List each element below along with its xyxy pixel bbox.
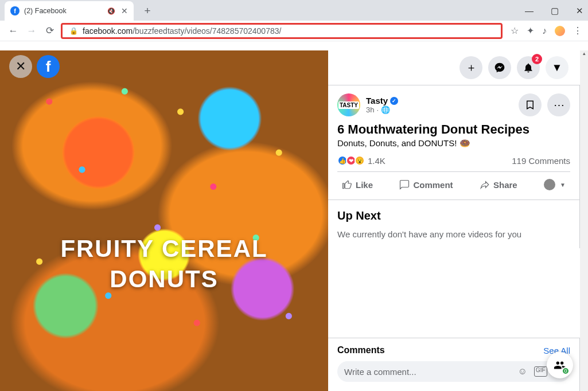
- comment-input[interactable]: Write a comment... ☺ GIF ☺: [337, 361, 570, 382]
- messenger-icon: [494, 62, 505, 73]
- verified-badge-icon: ✓: [390, 97, 398, 105]
- thumbs-up-icon: [342, 179, 352, 190]
- new-message-fab[interactable]: 0: [547, 352, 573, 378]
- scrollbar-track[interactable]: ▴: [580, 50, 588, 391]
- post-description: Donuts, Donuts, and DONUTS! 🍩: [337, 138, 570, 148]
- account-menu-button[interactable]: ▼: [546, 56, 568, 79]
- comment-icon: [399, 179, 410, 190]
- video-player[interactable]: ✕ f FRUITY CEREAL DONUTS: [0, 50, 328, 391]
- video-caption-line2: DONUTS: [0, 264, 328, 295]
- extensions-icon[interactable]: ✦: [527, 25, 534, 36]
- share-as-user[interactable]: ▼: [539, 175, 570, 194]
- window-minimize[interactable]: —: [525, 6, 534, 16]
- up-next-heading: Up Next: [337, 209, 570, 222]
- new-tab-button[interactable]: +: [139, 3, 155, 19]
- tab-mute-icon[interactable]: 🔇: [107, 7, 115, 15]
- browser-toolbar: ← → ⟳ 🔒 facebook.com/buzzfeedtasty/video…: [0, 21, 588, 41]
- globe-icon: 🌐: [381, 105, 390, 114]
- url-host: facebook.com: [83, 26, 133, 36]
- author-name[interactable]: Tasty ✓: [366, 96, 398, 105]
- post-card: TASTY Tasty ✓ 3h·🌐 ⋯ 6 Mo: [328, 85, 580, 200]
- video-caption-line1: FRUITY CEREAL: [0, 234, 328, 264]
- lock-icon: 🔒: [69, 27, 78, 35]
- nav-back-button[interactable]: ←: [6, 24, 21, 38]
- save-post-button[interactable]: [519, 93, 542, 116]
- browser-tab[interactable]: f (2) Facebook 🔇 ✕: [5, 1, 134, 21]
- notification-badge: 2: [532, 54, 542, 64]
- chrome-menu-icon[interactable]: ⋮: [573, 25, 582, 36]
- nav-forward-button[interactable]: →: [24, 24, 39, 38]
- share-button[interactable]: Share: [475, 176, 522, 193]
- gif-icon[interactable]: GIF: [534, 366, 547, 377]
- reaction-icons[interactable]: 👍 ❤ 😮: [337, 155, 363, 166]
- online-count-badge: 0: [562, 367, 570, 375]
- save-icon: [525, 100, 535, 110]
- tab-title: (2) Facebook: [24, 7, 107, 15]
- chevron-down-icon: ▼: [560, 182, 566, 188]
- author-avatar[interactable]: TASTY: [337, 93, 360, 116]
- url-text: facebook.com/buzzfeedtasty/videos/748285…: [83, 26, 281, 36]
- tab-close-icon[interactable]: ✕: [121, 6, 128, 15]
- like-button[interactable]: Like: [337, 176, 377, 193]
- create-button[interactable]: ＋: [460, 56, 482, 79]
- messenger-button[interactable]: [488, 56, 511, 79]
- comments-section: Comments See All Write a comment... ☺ GI…: [328, 338, 580, 391]
- comment-button[interactable]: Comment: [395, 176, 457, 193]
- browser-tabstrip: f (2) Facebook 🔇 ✕ +: [0, 0, 588, 21]
- bell-icon: [523, 62, 534, 73]
- up-next-section: Up Next We currently don't have any more…: [328, 200, 580, 248]
- share-icon: [480, 179, 490, 190]
- nav-reload-button[interactable]: ⟳: [42, 24, 57, 38]
- comments-heading: Comments: [337, 345, 385, 355]
- reaction-count[interactable]: 1.4K: [368, 156, 385, 166]
- wow-reaction-icon: 😮: [355, 155, 365, 166]
- comment-count[interactable]: 119 Comments: [512, 156, 570, 166]
- notifications-button[interactable]: 2: [517, 56, 540, 79]
- window-close[interactable]: ✕: [576, 6, 583, 16]
- media-control-icon[interactable]: ♪: [542, 26, 547, 36]
- emoji-icon[interactable]: ☺: [518, 366, 527, 377]
- url-path: /buzzfeedtasty/videos/748285702400783/: [133, 26, 281, 36]
- header-actions: ＋ 2 ▼: [328, 50, 580, 85]
- post-time: 3h: [366, 105, 374, 114]
- post-meta: 3h·🌐: [366, 105, 398, 114]
- post-menu-button[interactable]: ⋯: [547, 93, 570, 116]
- up-next-empty: We currently don't have any more videos …: [337, 229, 570, 239]
- extension-badge-icon[interactable]: [555, 26, 565, 36]
- comment-placeholder: Write a comment...: [344, 367, 518, 377]
- facebook-logo-icon[interactable]: f: [37, 55, 60, 78]
- address-bar[interactable]: 🔒 facebook.com/buzzfeedtasty/videos/7482…: [61, 23, 503, 39]
- video-caption-overlay: FRUITY CEREAL DONUTS: [0, 234, 328, 294]
- window-maximize[interactable]: ▢: [551, 6, 559, 16]
- scroll-up-icon[interactable]: ▴: [580, 50, 588, 58]
- bookmark-star-icon[interactable]: ☆: [511, 25, 519, 36]
- facebook-favicon-icon: f: [10, 6, 20, 15]
- post-title: 6 Mouthwatering Donut Recipes: [337, 122, 570, 137]
- video-close-button[interactable]: ✕: [9, 55, 32, 78]
- user-avatar-small: [544, 179, 555, 190]
